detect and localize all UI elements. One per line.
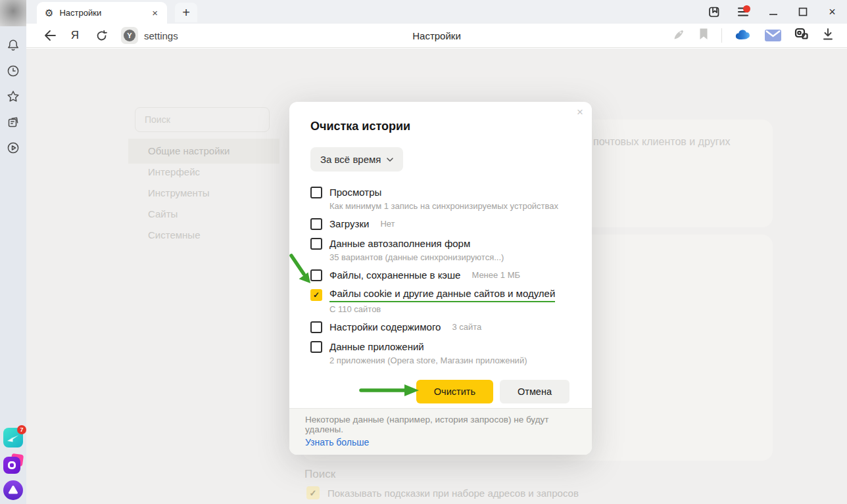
time-range-value: За всё время [320, 154, 381, 165]
history-item-row: Просмотры Как минимум 1 запись на синхро… [310, 185, 571, 211]
item-subtext: Как минимум 1 запись на синхронизируемых… [329, 201, 571, 211]
background-clipped-text: почтовых клиентов и других [593, 136, 730, 148]
tab-gear-icon: ⚙ [45, 8, 53, 18]
item-inline-value: Нет [380, 219, 395, 229]
item-checkbox[interactable] [310, 238, 322, 250]
messenger-badge: 7 [17, 425, 26, 434]
tab-close-icon[interactable]: × [151, 7, 159, 18]
learn-more-link[interactable]: Узнать больше [305, 437, 369, 447]
item-label: Просмотры [329, 187, 381, 198]
window-close-button[interactable]: × [817, 0, 847, 24]
messenger-app-icon[interactable]: 7 [3, 428, 23, 447]
video-play-icon[interactable] [6, 141, 20, 155]
bookmark-flag-icon[interactable] [698, 28, 709, 43]
toolbar-divider [721, 28, 722, 43]
cancel-button[interactable]: Отмена [500, 380, 569, 403]
browser-menu-icon[interactable] [729, 0, 758, 24]
bookmarks-star-icon[interactable] [6, 89, 20, 104]
settings-nav-item[interactable]: Системные [128, 225, 279, 246]
item-label: Данные автозаполнения форм [329, 238, 470, 249]
dialog-footer: Некоторые данные (например, история запр… [289, 408, 592, 455]
tab-title: Настройки [59, 8, 151, 18]
history-item-row: Данные приложений 2 приложения (Opera st… [310, 340, 571, 365]
reload-icon[interactable] [88, 30, 114, 42]
address-bar: Я Y settings Настройки [26, 24, 847, 48]
tab-overview-icon[interactable] [699, 0, 729, 24]
item-label: Загрузки [329, 218, 369, 229]
window-maximize-button[interactable] [788, 0, 817, 24]
item-checkbox[interactable] [310, 218, 322, 230]
window-minimize-button[interactable] [758, 0, 788, 24]
yandex-ya-icon[interactable]: Я [62, 29, 88, 42]
notifications-bell-icon[interactable] [6, 38, 20, 53]
clear-history-dialog: × Очистка истории За всё время Просмотры… [289, 102, 592, 455]
background-search-section-title: Поиск [304, 468, 335, 481]
item-subtext: С 110 сайтов [329, 304, 571, 314]
avatar[interactable] [0, 0, 26, 26]
item-checkbox[interactable] [310, 341, 322, 353]
menu-notification-dot [743, 5, 750, 12]
settings-nav-item[interactable]: Общие настройки [128, 139, 279, 164]
page-title: Настройки [224, 30, 650, 41]
download-icon[interactable] [822, 28, 834, 43]
item-inline-value: Менее 1 МБ [472, 270, 520, 280]
protect-key-icon[interactable] [794, 27, 810, 44]
left-rail: 7 [0, 0, 26, 504]
settings-nav-item[interactable]: Инструменты [128, 183, 279, 204]
settings-nav-item[interactable]: Сайты [128, 204, 279, 225]
suggest-checkbox-checked[interactable]: ✓ [306, 486, 320, 499]
purple-square-app-icon[interactable] [3, 454, 23, 474]
item-label: Файлы cookie и другие данные сайтов и мо… [329, 288, 555, 302]
item-label: Файлы, сохраненные в кэше [329, 269, 460, 281]
item-label: Данные приложений [329, 341, 424, 352]
background-suggest-row: ✓ Показывать подсказки при наборе адресо… [306, 486, 579, 499]
tab-bar: ⚙ Настройки × + × [26, 0, 847, 24]
history-item-row: ✓ Файлы cookie и другие данные сайтов и … [310, 288, 571, 314]
mail-icon[interactable] [765, 30, 781, 41]
history-item-row: Данные автозаполнения форм 35 вариантов … [310, 237, 571, 262]
history-item-row: Загрузки Нет [310, 217, 571, 231]
alice-assistant-icon[interactable] [3, 480, 23, 500]
history-clock-icon[interactable] [6, 64, 20, 78]
settings-page: Общие настройкиИнтерфейсИнструментыСайты… [26, 49, 847, 504]
tab-settings[interactable]: ⚙ Настройки × [37, 2, 167, 24]
collections-notes-icon[interactable] [6, 115, 20, 129]
new-tab-button[interactable]: + [175, 3, 197, 22]
item-label: Настройки содержимого [329, 321, 441, 332]
clear-button[interactable]: Очистить [416, 380, 493, 403]
time-range-dropdown[interactable]: За всё время [310, 147, 403, 172]
turbo-rocket-icon[interactable] [673, 28, 686, 43]
item-checkbox[interactable] [310, 321, 322, 333]
site-favicon-letter: Y [124, 30, 135, 41]
dialog-close-icon[interactable]: × [577, 106, 583, 119]
footer-note: Некоторые данные (например, история запр… [305, 415, 576, 434]
history-item-row: Настройки содержимого 3 сайта [310, 320, 571, 334]
url-text[interactable]: settings [144, 30, 178, 41]
annotation-arrow-to-checkbox [287, 252, 319, 289]
settings-search-input[interactable] [135, 107, 270, 132]
site-favicon-badge[interactable]: Y [121, 27, 138, 44]
item-subtext: 2 приложения (Opera store, Магазин прило… [329, 355, 571, 365]
back-button-icon[interactable] [38, 30, 62, 41]
cloud-sync-icon[interactable] [735, 28, 752, 43]
item-checkbox[interactable]: ✓ [310, 289, 322, 301]
item-inline-value: 3 сайта [452, 322, 481, 332]
settings-nav-item[interactable]: Интерфейс [128, 162, 279, 183]
history-items-list: Просмотры Как минимум 1 запись на синхро… [310, 185, 571, 365]
settings-nav: Общие настройкиИнтерфейсИнструментыСайты… [128, 141, 279, 246]
history-item-row: Файлы, сохраненные в кэше Менее 1 МБ [310, 268, 571, 282]
dialog-title: Очистка истории [310, 120, 592, 133]
annotation-arrow-to-clear-button [358, 381, 424, 400]
chevron-down-icon [387, 158, 393, 162]
suggest-label: Показывать подсказки при наборе адресов … [327, 488, 579, 499]
item-checkbox[interactable] [310, 187, 322, 198]
item-subtext: 35 вариантов (данные синхронизируются...… [329, 252, 571, 262]
